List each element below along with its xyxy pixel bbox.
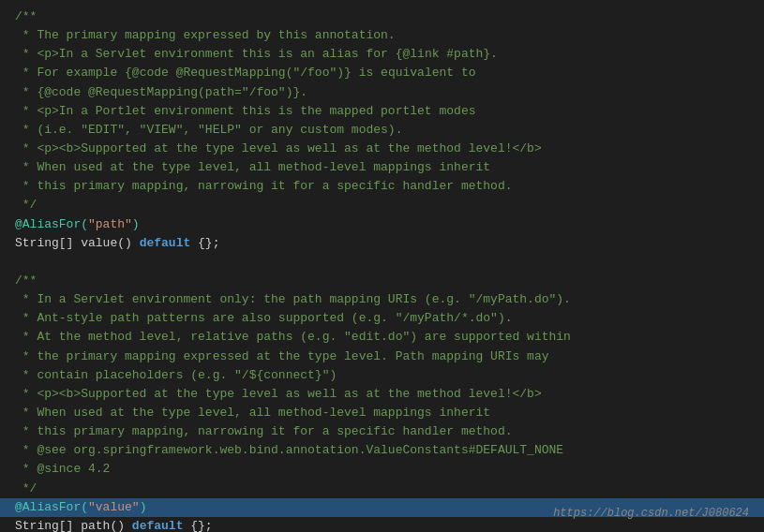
code-line: * <p><b>Supported at the type level as w…: [0, 140, 764, 158]
code-line: * The primary mapping expressed by this …: [0, 26, 764, 45]
code-line: * <p>In a Servlet environment this is an…: [0, 45, 764, 64]
watermark: https://blog.csdn.net/J080624: [553, 505, 749, 523]
code-line: * (i.e. "EDIT", "VIEW", "HELP" or any cu…: [0, 121, 764, 140]
code-line: */: [0, 196, 764, 214]
code-line: * @see org.springframework.web.bind.anno…: [0, 441, 764, 460]
code-line: * this primary mapping, narrowing it for…: [0, 177, 764, 196]
code-line: * Ant-style path patterns are also suppo…: [0, 309, 764, 328]
code-line: * In a Servlet environment only: the pat…: [0, 290, 764, 309]
code-line: */: [0, 480, 764, 498]
code-editor: /** * The primary mapping expressed by t…: [0, 0, 764, 532]
code-line: @AliasFor("path"): [0, 215, 764, 234]
code-line: * <p>In a Portlet environment this is th…: [0, 102, 764, 121]
code-line: * contain placeholders (e.g. "/${connect…: [0, 366, 764, 385]
code-line: * <p><b>Supported at the type level as w…: [0, 385, 764, 404]
code-line: * At the method level, relative paths (e…: [0, 328, 764, 347]
code-line: * {@code @RequestMapping(path="/foo")}.: [0, 83, 764, 102]
code-line: * this primary mapping, narrowing it for…: [0, 422, 764, 441]
code-line: * When used at the type level, all metho…: [0, 404, 764, 422]
code-line: [0, 253, 764, 272]
code-line: /**: [0, 7, 764, 26]
code-line: * When used at the type level, all metho…: [0, 158, 764, 177]
code-line: /**: [0, 272, 764, 290]
code-line: * the primary mapping expressed at the t…: [0, 347, 764, 366]
code-line: String[] value() default {};: [0, 234, 764, 253]
code-line: * @since 4.2: [0, 460, 764, 479]
code-line: * For example {@code @RequestMapping("/f…: [0, 64, 764, 82]
